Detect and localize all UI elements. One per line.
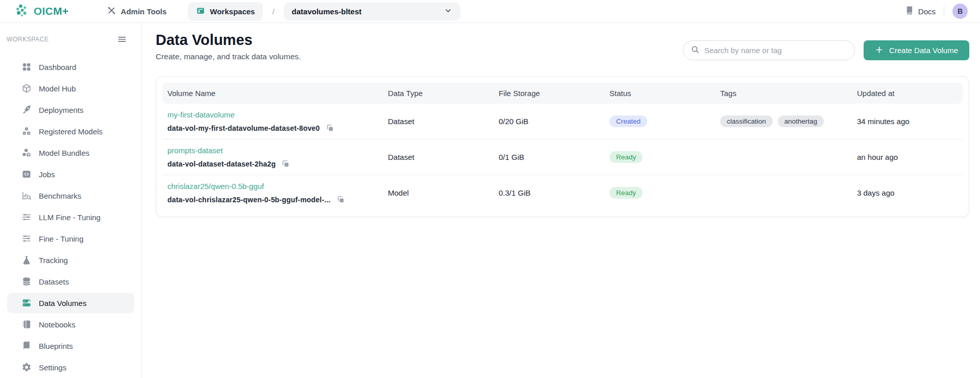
sidebar-item-label: Deployments (39, 106, 84, 114)
sidebar-item-label: Registered Models (39, 127, 103, 136)
file-storage-cell: 0/20 GiB (499, 117, 609, 126)
data-type-cell: Dataset (388, 117, 499, 126)
status-cell: Ready (609, 151, 720, 163)
data-volumes-table: Volume Name Data Type File Storage Statu… (156, 76, 969, 217)
create-button-label: Create Data Volume (889, 46, 958, 55)
copy-icon[interactable] (326, 124, 334, 132)
tag-pill: classification (720, 115, 773, 127)
sidebar-item-label: Settings (39, 363, 66, 372)
sidebar-item-data-volumes[interactable]: Data Volumes (7, 293, 134, 313)
workspaces-icon (196, 6, 205, 17)
sidebar-item-settings[interactable]: Settings (7, 357, 134, 377)
sidebar-item-dashboard[interactable]: Dashboard (7, 57, 134, 77)
copy-icon[interactable] (281, 159, 290, 168)
volume-name-link[interactable]: chrislazar25/qwen-0.5b-gguf (167, 182, 264, 191)
cube-icon (21, 83, 32, 93)
flask-icon (21, 255, 32, 265)
column-header-status: Status (609, 89, 720, 98)
rocket-icon (21, 105, 32, 115)
table-row: prompts-dataset data-vol-dataset-dataset… (162, 139, 963, 175)
data-type-cell: Model (388, 188, 499, 197)
updated-at-cell: 3 days ago (857, 188, 963, 197)
gear-icon (21, 362, 32, 372)
workspaces-label: Workspaces (210, 7, 255, 16)
volume-id: data-vol-chrislazar25-qwen-0-5b-gguf-mod… (167, 196, 331, 204)
dashboard-icon (21, 62, 32, 72)
chevron-down-icon (444, 7, 452, 16)
app-logo[interactable]: OICM+ (14, 3, 69, 20)
sidebar-item-benchmarks[interactable]: Benchmarks (7, 185, 134, 206)
sidebar-item-llm-fine-tuning[interactable]: LLM Fine - Tuning (7, 207, 134, 227)
book-icon (21, 341, 32, 351)
sidebar-item-label: Tracking (39, 256, 68, 265)
admin-tools-button[interactable]: Admin Tools (107, 6, 167, 17)
sidebar-item-registered-models[interactable]: Registered Models (7, 121, 134, 141)
sidebar-item-label: Data Volumes (39, 299, 86, 308)
volume-id: data-vol-my-first-datavolume-dataset-8ov… (167, 124, 320, 132)
sidebar-item-fine-tuning[interactable]: Fine - Tuning (7, 228, 134, 249)
workspaces-button[interactable]: Workspaces (188, 2, 263, 21)
sidebar-item-label: Blueprints (39, 342, 73, 350)
sidebar-item-label: Jobs (39, 170, 55, 179)
table-row: chrislazar25/qwen-0.5b-gguf data-vol-chr… (162, 175, 963, 210)
breadcrumb-separator: / (272, 7, 274, 16)
updated-at-cell: an hour ago (857, 153, 963, 161)
workspace-selector-value: datavolumes-bltest (292, 7, 362, 16)
sidebar-item-label: Notebooks (39, 320, 76, 329)
tools-icon (107, 6, 116, 17)
sidebar-collapse-button[interactable] (117, 34, 127, 44)
sidebar-item-jobs[interactable]: Jobs (7, 164, 134, 184)
sliders-icon (21, 212, 32, 222)
updated-at-cell: 34 minutes ago (857, 117, 963, 126)
volume-id: data-vol-dataset-dataset-2ha2g (167, 160, 276, 168)
main-content: Data Volumes Create, manage, and track d… (142, 23, 980, 378)
file-storage-cell: 0/1 GiB (499, 153, 609, 161)
status-badge: Ready (609, 151, 643, 163)
data-type-cell: Dataset (388, 153, 499, 161)
tag-pill: anothertag (778, 115, 824, 127)
volumes-icon (21, 298, 32, 308)
sliders-icon (21, 233, 32, 244)
docs-label: Docs (918, 7, 936, 16)
table-header-row: Volume Name Data Type File Storage Statu… (162, 83, 963, 104)
volume-name-link[interactable]: prompts-dataset (167, 146, 223, 155)
notebook-icon (21, 319, 32, 329)
sidebar-item-deployments[interactable]: Deployments (7, 100, 134, 120)
sidebar-item-label: Dashboard (39, 63, 76, 72)
docs-link[interactable]: Docs (904, 6, 936, 17)
sidebar-item-tracking[interactable]: Tracking (7, 250, 134, 270)
sidebar-item-label: Model Bundles (39, 149, 89, 157)
sidebar-item-model-hub[interactable]: Model Hub (7, 78, 134, 99)
status-badge: Ready (609, 187, 643, 199)
plus-icon (875, 45, 884, 56)
volume-name-cell: prompts-dataset data-vol-dataset-dataset… (162, 146, 388, 168)
status-cell: Ready (609, 187, 720, 199)
sidebar-item-label: Benchmarks (39, 192, 81, 200)
user-avatar[interactable]: B (952, 4, 968, 19)
column-header-tags: Tags (720, 89, 857, 98)
sidebar: WORKSPACE Dashboard (0, 23, 142, 378)
sidebar-item-label: Fine - Tuning (39, 234, 84, 243)
sidebar-item-blueprints[interactable]: Blueprints (7, 336, 134, 356)
sidebar-item-datasets[interactable]: Datasets (7, 271, 134, 292)
workspace-selector[interactable]: datavolumes-bltest (284, 3, 460, 20)
volume-name-link[interactable]: my-first-datavolume (167, 110, 235, 119)
code-icon (21, 169, 32, 179)
sidebar-item-notebooks[interactable]: Notebooks (7, 314, 134, 335)
search-box[interactable] (683, 40, 855, 60)
sidebar-item-label: Model Hub (39, 84, 76, 93)
column-header-volume-name: Volume Name (162, 89, 388, 98)
column-header-file-storage: File Storage (499, 89, 609, 98)
page-subtitle: Create, manage, and track data volumes. (156, 52, 301, 61)
copy-icon[interactable] (336, 195, 345, 204)
search-input[interactable] (704, 46, 847, 55)
column-header-data-type: Data Type (388, 89, 499, 98)
volume-name-cell: my-first-datavolume data-vol-my-first-da… (162, 110, 388, 132)
workspace-section-label: WORKSPACE (7, 36, 49, 43)
chart-magnifier-icon (21, 191, 32, 201)
book-icon (904, 6, 914, 17)
topbar: OICM+ Admin Tools Workspaces / datavolum… (0, 0, 980, 23)
admin-tools-label: Admin Tools (121, 7, 167, 16)
sidebar-item-model-bundles[interactable]: Model Bundles (7, 143, 134, 163)
create-data-volume-button[interactable]: Create Data Volume (864, 40, 969, 60)
